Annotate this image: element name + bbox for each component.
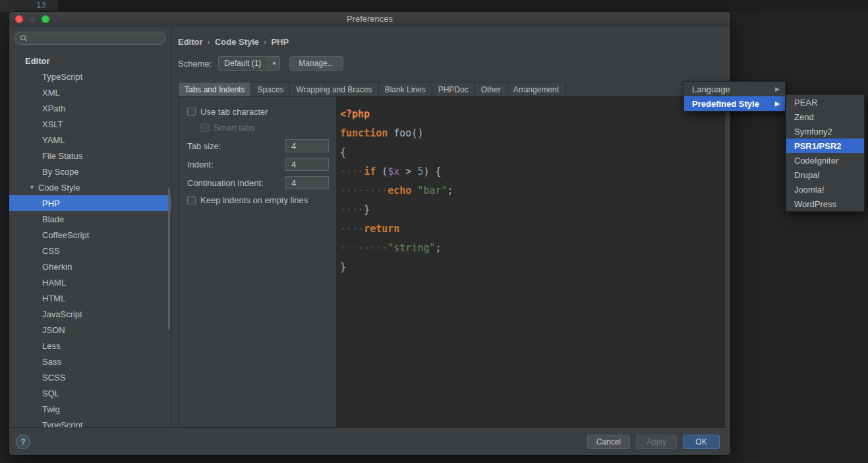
ok-button[interactable]: OK (683, 435, 720, 449)
tab-other[interactable]: Other (475, 82, 507, 97)
smart-tabs-label: Smart tabs (214, 123, 255, 133)
sidebar-item-code-style[interactable]: ▼Code Style (9, 179, 171, 195)
sidebar-scrollbar[interactable] (168, 188, 170, 330)
editor-gutter: 13 (0, 0, 58, 12)
menu-item-language[interactable]: Language▶ (684, 82, 785, 96)
content-panel: Use tab character Smart tabs Tab size: I… (178, 96, 725, 427)
set-from-menu: Language▶Predefined Style▶ (683, 81, 786, 111)
submenu-item-label: CodeIgniter (794, 156, 838, 166)
tab-arrangement[interactable]: Arrangement (507, 82, 565, 97)
submenu-item-pear[interactable]: PEAR (786, 95, 864, 109)
sidebar-item-less[interactable]: Less (9, 338, 171, 354)
use-tab-character-row[interactable]: Use tab character (187, 105, 329, 118)
sidebar-item-editor[interactable]: Editor (9, 53, 171, 69)
sidebar-item-label: HTML (42, 293, 65, 303)
help-button[interactable]: ? (16, 435, 30, 449)
tab-size-input[interactable] (285, 139, 329, 152)
sidebar-item-css[interactable]: CSS (9, 243, 171, 259)
tree-expand-icon[interactable]: ▼ (29, 184, 35, 191)
sidebar-item-scss[interactable]: SCSS (9, 369, 171, 385)
main-panel: Editor›Code Style›PHP Scheme: Default (1… (171, 26, 730, 427)
continuation-indent-input[interactable] (285, 176, 329, 189)
sidebar-item-xslt[interactable]: XSLT (9, 116, 171, 132)
code-line: function foo() (340, 124, 724, 143)
window-body: EditorTypeScriptXMLXPathXSLTYAMLFile Sta… (9, 26, 730, 427)
keep-indents-row[interactable]: Keep indents on empty lines (187, 193, 329, 206)
sidebar-item-gherkin[interactable]: Gherkin (9, 259, 171, 274)
sidebar-item-xml[interactable]: XML (9, 84, 171, 100)
keep-indents-label: Keep indents on empty lines (200, 195, 308, 205)
sidebar-item-haml[interactable]: HAML (9, 274, 171, 290)
tab-blank-lines[interactable]: Blank Lines (378, 82, 432, 97)
sidebar-item-label: Sass (42, 357, 61, 367)
tab-tabs-and-indents[interactable]: Tabs and Indents (178, 82, 251, 97)
sidebar-item-twig[interactable]: Twig (9, 401, 171, 417)
cancel-button[interactable]: Cancel (587, 435, 630, 449)
title-bar[interactable]: Preferences (9, 12, 730, 26)
scheme-row: Scheme: Default (1) ▼ Manage... (178, 55, 725, 71)
sidebar-item-sql[interactable]: SQL (9, 385, 171, 401)
minimize-button (28, 15, 36, 23)
menu-item-predefined-style[interactable]: Predefined Style▶ (684, 96, 785, 111)
search-input[interactable] (31, 34, 160, 43)
sidebar-item-blade[interactable]: Blade (9, 211, 171, 227)
submenu-item-label: WordPress (794, 199, 836, 209)
sidebar-item-label: Less (42, 341, 60, 351)
sidebar-item-xpath[interactable]: XPath (9, 100, 171, 116)
sidebar-item-label: By Scope (42, 167, 79, 177)
sidebar-item-json[interactable]: JSON (9, 322, 171, 338)
tab-size-label: Tab size: (187, 141, 221, 151)
submenu-item-label: Zend (794, 112, 814, 122)
close-button[interactable] (15, 15, 23, 23)
search-box[interactable] (14, 32, 166, 45)
sidebar-item-php[interactable]: PHP (9, 195, 171, 211)
sidebar-item-label: File Status (42, 151, 82, 161)
desktop-background (0, 0, 868, 12)
menu-item-label: Language (692, 84, 730, 94)
submenu-item-zend[interactable]: Zend (786, 109, 864, 124)
tab-phpdoc[interactable]: PHPDoc (432, 82, 475, 97)
tab-spaces[interactable]: Spaces (250, 82, 290, 97)
sidebar-item-by-scope[interactable]: By Scope (9, 164, 171, 179)
submenu-item-psr1-psr2[interactable]: PSR1/PSR2 (786, 139, 864, 153)
sidebar-item-coffeescript[interactable]: CoffeeScript (9, 227, 171, 243)
settings-panel: Use tab character Smart tabs Tab size: I… (179, 97, 337, 427)
indent-input[interactable] (285, 158, 329, 171)
code-line: ········echo "bar"; (340, 181, 724, 201)
submenu-item-label: PSR1/PSR2 (794, 141, 842, 151)
submenu-item-joomla[interactable]: Joomla! (786, 182, 864, 197)
submenu-item-wordpress[interactable]: WordPress (786, 197, 864, 211)
search-icon (20, 34, 28, 42)
breadcrumb-segment: PHP (271, 37, 289, 47)
breadcrumb-separator: › (264, 37, 266, 47)
breadcrumb-separator: › (208, 37, 210, 47)
submenu-item-drupal[interactable]: Drupal (786, 168, 864, 182)
sidebar-item-typescript[interactable]: TypeScript (9, 417, 171, 427)
submenu-item-codeigniter[interactable]: CodeIgniter (786, 153, 864, 168)
zoom-button[interactable] (42, 15, 49, 23)
tab-wrapping-and-braces[interactable]: Wrapping and Braces (289, 82, 378, 97)
submenu-item-symfony2[interactable]: Symfony2 (786, 124, 864, 139)
sidebar-item-yaml[interactable]: YAML (9, 132, 171, 148)
sidebar-item-label: XSLT (42, 119, 63, 129)
submenu-arrow-icon: ▶ (775, 100, 780, 107)
keep-indents-checkbox[interactable] (187, 196, 196, 204)
code-line: <?php (340, 105, 724, 124)
scheme-select[interactable]: Default (1) ▼ (218, 56, 280, 71)
submenu-item-label: PEAR (794, 98, 817, 108)
sidebar-item-html[interactable]: HTML (9, 290, 171, 306)
continuation-indent-label: Continuation indent: (187, 178, 264, 188)
code-line: ····} (340, 201, 724, 220)
sidebar-item-javascript[interactable]: JavaScript (9, 306, 171, 322)
use-tab-character-checkbox[interactable] (187, 108, 196, 116)
indent-row: Indent: (187, 155, 329, 173)
sidebar-item-sass[interactable]: Sass (9, 354, 171, 369)
sidebar-item-file-status[interactable]: File Status (9, 148, 171, 164)
sidebar-item-label: Blade (42, 214, 64, 224)
sidebar-item-typescript[interactable]: TypeScript (9, 69, 171, 84)
manage-button[interactable]: Manage... (289, 56, 343, 71)
preferences-window: Preferences EditorTypeScriptXMLXPathXSLT… (9, 12, 730, 455)
sidebar-item-label: YAML (42, 135, 65, 145)
chevron-down-icon[interactable]: ▼ (268, 57, 279, 70)
submenu-item-label: Joomla! (794, 185, 825, 195)
